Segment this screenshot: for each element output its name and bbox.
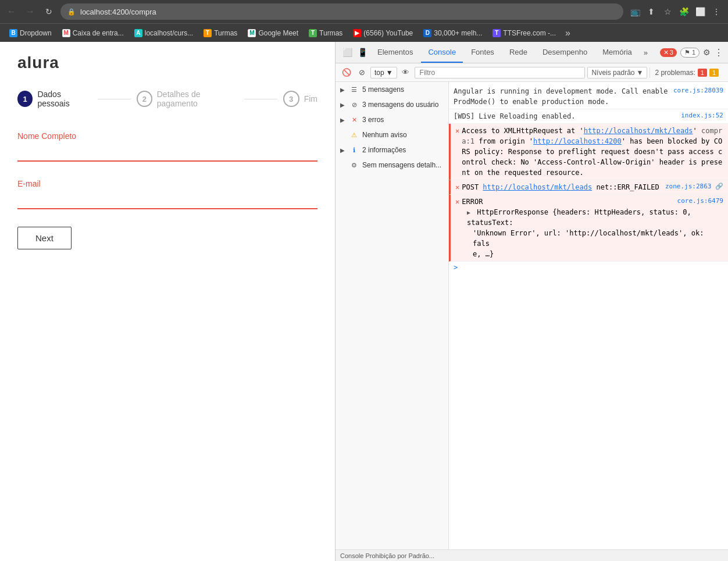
logo: alura [17, 53, 317, 72]
log-detail-text-3: e, …} [473, 250, 494, 258]
log-source[interactable]: zone.js:2863 🔗 [665, 182, 723, 192]
context-dropdown[interactable]: top ▼ [370, 67, 397, 78]
browser-chrome: ← → ↻ 🔒 localhost:4200/compra 📺 ⬆ ☆ 🧩 ⬜ … [0, 0, 728, 42]
issues-label: 2 problemas: [655, 69, 695, 77]
log-source[interactable]: index.js:52 [681, 111, 723, 121]
messages-icon: ☰ [349, 85, 359, 94]
tab-desempenho[interactable]: Desempenho [536, 42, 594, 63]
expand-detail-icon[interactable]: ▶ [467, 209, 470, 216]
bookmark-d[interactable]: D 30,000+ melh... [419, 27, 487, 39]
console-cursor-row[interactable]: > [449, 262, 728, 273]
bookmark-alura[interactable]: A localhost/curs... [130, 27, 198, 39]
sidebar-item-verbose[interactable]: ⚙ Sem mensagens detalh... [336, 158, 448, 173]
alura-icon: A [134, 29, 142, 37]
console-clear-button[interactable]: 🚫 [340, 66, 353, 79]
log-entry-wds: [WDS] Live Reloading enabled. index.js:5… [449, 109, 728, 124]
menu-button[interactable]: ⋮ [709, 5, 723, 19]
devtools-tabs: ⬜ 📱 Elementos Console Fontes Rede Desemp… [336, 42, 728, 63]
verbose-icon: ⚙ [349, 160, 359, 170]
log-entry-http-error: ✕ ERROR core.js:6479 ▶ HttpErrorResponse… [449, 195, 728, 262]
bookmarks-bar: B Dropdown M Caixa de entra... A localho… [0, 23, 728, 42]
tab-elementos[interactable]: Elementos [370, 42, 420, 63]
devtools-settings-icon[interactable]: ⚙ [703, 48, 711, 57]
devtools-inspect-icon[interactable]: ⬜ [340, 45, 354, 59]
warn-flag-icon: ⚑ [684, 49, 690, 56]
page-content: alura 1 Dados pessoais 2 Detalhes de pag… [0, 42, 335, 561]
console-filter-icon[interactable]: ⊘ [355, 66, 368, 79]
levels-dropdown[interactable]: Níveis padrão ▼ [587, 67, 647, 78]
warnings-icon: ⚠ [349, 130, 359, 140]
log-text-error: ERROR [462, 196, 672, 207]
bookmark-button[interactable]: ☆ [661, 5, 675, 19]
cursor-chevron-icon: > [454, 263, 458, 271]
sidebar-item-errors[interactable]: ▶ ✕ 3 erros [336, 112, 448, 127]
bookmark-meet[interactable]: M Google Meet [243, 27, 303, 39]
bookmark-turmas2[interactable]: T Turmas [304, 27, 347, 39]
bookmark-turmas[interactable]: T Turmas [199, 27, 242, 39]
tab-rede[interactable]: Rede [502, 42, 534, 63]
browser-actions: 📺 ⬆ ☆ 🧩 ⬜ ⋮ [628, 5, 723, 19]
sidebar-item-all-messages[interactable]: ▶ ☰ 5 mensagens [336, 82, 448, 97]
cors-link[interactable]: http://localhost/mkt/leads [584, 127, 693, 135]
log-text: Angular is running in development mode. … [454, 86, 669, 107]
bookmark-turmas-label: Turmas [214, 29, 237, 37]
devtools-more-button[interactable]: ⋮ [714, 47, 723, 58]
post-link[interactable]: http://localhost/mkt/leads [483, 183, 592, 191]
devtools-device-icon[interactable]: 📱 [355, 45, 369, 59]
log-entry-angular-dev: Angular is running in development mode. … [449, 84, 728, 109]
sidebar-item-info[interactable]: ▶ ℹ 2 informações [336, 142, 448, 158]
devtools-panel: ⬜ 📱 Elementos Console Fontes Rede Desemp… [335, 42, 728, 561]
extensions-button[interactable]: 🧩 [677, 5, 691, 19]
sidebar-item-warnings[interactable]: ⚠ Nenhum aviso [336, 127, 448, 142]
forward-button[interactable]: → [23, 5, 37, 19]
bookmark-bpa[interactable]: B Dropdown [5, 27, 56, 39]
back-button[interactable]: ← [5, 5, 19, 19]
tab-fontes[interactable]: Fontes [464, 42, 501, 63]
sidebar-item-user-messages[interactable]: ▶ ⊘ 3 mensagens do usuário [336, 97, 448, 112]
devtools-header: ⬜ 📱 Elementos Console Fontes Rede Desemp… [336, 42, 728, 63]
bookmark-gmail-label: Caixa de entra... [73, 29, 124, 37]
sidebar-label-warnings: Nenhum aviso [362, 131, 444, 139]
d-icon: D [423, 29, 431, 37]
step-2: 2 Detalhes de pagamento [137, 90, 238, 108]
email-input[interactable] [17, 191, 317, 209]
bottom-status-text: Console Prohibição por Padrão... [340, 552, 434, 559]
tab-memoria[interactable]: Memória [595, 42, 639, 63]
step-1: 1 Dados pessoais [17, 90, 92, 108]
share-button[interactable]: ⬆ [644, 5, 658, 19]
step-line-2 [244, 99, 277, 99]
origin-link[interactable]: http://localhost:4200 [533, 137, 622, 145]
filter-input[interactable] [415, 67, 586, 78]
sidebar-label-all: 5 mensagens [362, 85, 444, 94]
dropdown-arrow-icon: ▼ [386, 69, 393, 77]
bookmark-bpa-label: Dropdown [20, 29, 52, 37]
bookmark-youtube[interactable]: ▶ (6566) YouTube [348, 27, 417, 39]
errors-icon: ✕ [349, 115, 359, 124]
bookmark-gmail[interactable]: M Caixa de entra... [58, 27, 129, 39]
next-button[interactable]: Next [17, 227, 72, 249]
log-source[interactable]: core.js:28039 [673, 86, 723, 96]
tab-console[interactable]: Console [421, 42, 463, 63]
devtools-right-actions: ✕ 3 ⚑ 1 ⚙ ⋮ [660, 47, 723, 58]
refresh-button[interactable]: ↻ [42, 5, 56, 19]
turmas2-icon: T [309, 29, 317, 37]
console-log-area: Angular is running in development mode. … [449, 82, 728, 549]
expand-icon: ▶ [340, 147, 346, 153]
bookmark-tts[interactable]: T TTSFree.com -... [488, 27, 561, 39]
log-source[interactable]: core.js:6479 [677, 196, 723, 206]
issues-badge: 2 problemas: 1 1 [650, 67, 723, 78]
log-text: Access to XMLHttpRequest at 'http://loca… [462, 126, 723, 178]
expand-icon: ▶ [340, 117, 346, 123]
devtools-tabs-more[interactable]: » [640, 48, 651, 57]
address-bar[interactable]: 🔒 localhost:4200/compra [60, 3, 623, 20]
cast-button[interactable]: 📺 [628, 5, 642, 19]
eye-icon[interactable]: 👁 [399, 66, 412, 79]
bookmark-turmas2-label: Turmas [319, 29, 342, 37]
levels-label: Níveis padrão [591, 69, 634, 77]
step-line-1 [98, 99, 131, 99]
info-icon: ℹ [349, 145, 359, 155]
name-input[interactable] [17, 143, 317, 162]
bookmarks-more-button[interactable]: » [562, 26, 574, 40]
step-2-circle: 2 [137, 91, 152, 107]
profile-button[interactable]: ⬜ [693, 5, 707, 19]
